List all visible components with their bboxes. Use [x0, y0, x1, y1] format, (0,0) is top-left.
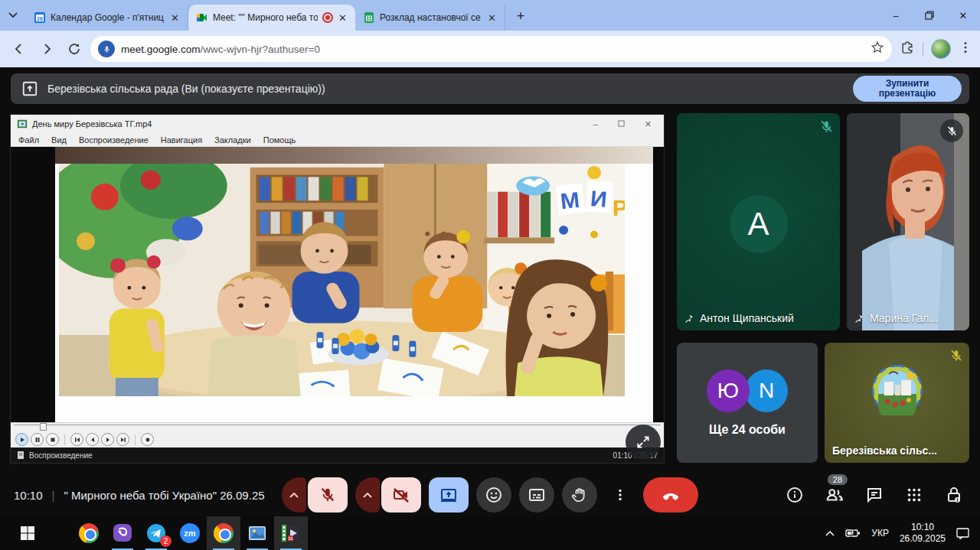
kebab-menu-icon — [613, 488, 627, 502]
svg-text:И: И — [590, 186, 608, 212]
start-button[interactable] — [11, 516, 44, 550]
participant-name: Березівська сільс... — [832, 444, 937, 457]
taskbar-chrome[interactable] — [72, 516, 106, 550]
menu-file[interactable]: Файл — [18, 135, 39, 145]
meeting-details-button[interactable] — [784, 484, 805, 506]
reactions-button[interactable] — [476, 477, 511, 513]
new-tab-button[interactable]: + — [510, 5, 531, 27]
meet-icon — [196, 11, 208, 24]
address-bar[interactable]: meet.google.com/wwc-wjvn-hjr?authuser=0 — [90, 36, 892, 62]
activities-button[interactable] — [903, 484, 925, 506]
player-seekbar[interactable] — [11, 422, 664, 431]
tab-search-button[interactable] — [0, 2, 26, 28]
tab-close-icon[interactable]: ✕ — [168, 12, 181, 24]
people-icon — [825, 485, 844, 505]
player-minimize-button[interactable]: – — [593, 119, 598, 129]
player-close-button[interactable]: ✕ — [645, 119, 652, 129]
captions-icon — [528, 486, 546, 504]
taskbar-telegram[interactable]: 2 — [139, 516, 173, 550]
captions-button[interactable] — [519, 477, 554, 513]
play-button[interactable] — [15, 433, 28, 446]
extensions-button[interactable] — [900, 40, 915, 58]
player-maximize-button[interactable] — [618, 119, 625, 129]
camera-off-icon — [392, 486, 410, 504]
window-minimize-button[interactable]: – — [879, 2, 913, 28]
player-status-text: Воспроизведение — [29, 451, 93, 460]
mic-options-button[interactable] — [282, 477, 306, 513]
chat-button[interactable] — [864, 484, 885, 506]
more-options-button[interactable] — [605, 477, 635, 513]
participant-tile-maryna[interactable]: Марина Гал... — [847, 113, 969, 330]
extra-control-button[interactable] — [141, 433, 154, 446]
zoom-icon: zm — [180, 523, 200, 543]
mic-toggle-button[interactable] — [308, 477, 348, 513]
pause-button[interactable] — [31, 433, 44, 446]
video-frame: М И Р — [55, 147, 653, 422]
tab-close-icon[interactable]: ✕ — [485, 12, 498, 24]
meeting-info: 10:10 | " Мирного неба тобі Україно" 26.… — [0, 489, 265, 502]
apps-grid-icon — [906, 487, 923, 503]
language-indicator[interactable]: УКР — [871, 528, 889, 539]
tray-expand-button[interactable] — [825, 530, 835, 536]
call-end-icon — [661, 485, 681, 505]
expand-presentation-button[interactable] — [626, 425, 661, 460]
participant-tile-berezivska[interactable]: Березівська сільс... — [825, 343, 969, 463]
tab-sheets[interactable]: Розклад настановчої сесії для ✕ — [355, 5, 505, 31]
chat-icon — [865, 486, 884, 504]
bookmark-star-button[interactable] — [871, 41, 884, 57]
participants-button[interactable]: 28 — [824, 484, 845, 506]
menu-navigation[interactable]: Навигация — [161, 135, 202, 145]
taskbar-zoom[interactable]: zm — [173, 516, 207, 550]
kebab-menu-icon — [959, 41, 972, 54]
camera-options-button[interactable] — [355, 477, 380, 513]
present-toggle-button[interactable] — [429, 477, 469, 513]
taskbar-viber[interactable] — [106, 516, 139, 550]
host-controls-button[interactable] — [943, 484, 965, 506]
battery-indicator[interactable] — [845, 529, 861, 538]
notification-center-button[interactable] — [956, 528, 969, 539]
more-participants-tile[interactable]: Ю N Ще 24 особи — [677, 343, 818, 463]
menu-view[interactable]: Вид — [51, 135, 67, 145]
step-forward-button[interactable] — [101, 433, 114, 446]
menu-help[interactable]: Помощь — [263, 135, 296, 145]
skip-forward-button[interactable] — [116, 433, 129, 446]
tab-title: Календар Google - п'ятниця, 2 — [51, 12, 164, 23]
stop-presentation-button[interactable]: Зупинити презентацію — [853, 76, 962, 102]
menu-playback[interactable]: Воспроизведение — [79, 135, 149, 145]
notification-icon — [956, 528, 969, 539]
end-call-button[interactable] — [643, 477, 698, 513]
reload-button[interactable] — [63, 37, 86, 60]
window-close-button[interactable]: ✕ — [946, 2, 980, 28]
step-back-button[interactable] — [86, 433, 99, 446]
menu-bookmarks[interactable]: Закладки — [214, 135, 251, 145]
player-window-controls: – ✕ — [593, 119, 658, 129]
camera-toggle-button[interactable] — [381, 477, 421, 513]
participant-tile-anton[interactable]: А Антон Щипанський — [677, 113, 840, 330]
browser-toolbar: meet.google.com/wwc-wjvn-hjr?authuser=0 — [0, 31, 980, 67]
window-restore-button[interactable] — [913, 2, 946, 28]
mic-permission-icon[interactable] — [98, 41, 115, 57]
taskbar-photos[interactable] — [240, 516, 274, 550]
back-button[interactable] — [8, 37, 31, 60]
forward-button[interactable] — [35, 37, 58, 60]
profile-avatar[interactable] — [931, 39, 951, 59]
player-menubar: Файл Вид Воспроизведение Навигация Закла… — [11, 133, 664, 147]
skip-back-button[interactable] — [70, 433, 83, 446]
tab-close-icon[interactable]: ✕ — [336, 12, 349, 24]
pin-icon — [684, 314, 694, 324]
seek-handle[interactable] — [40, 423, 47, 431]
svg-text:31: 31 — [288, 536, 293, 541]
tab-calendar[interactable]: 26 Календар Google - п'ятниця, 2 ✕ — [26, 5, 188, 31]
player-titlebar[interactable]: День миру Березівська ТГ.mp4 – ✕ — [11, 115, 664, 133]
taskbar-media-player[interactable]: 31 — [274, 516, 308, 550]
tab-meet-active[interactable]: Meet: "" Мирного неба тоб ✕ — [188, 5, 355, 31]
stop-button[interactable] — [46, 433, 59, 446]
browser-menu-button[interactable] — [959, 41, 972, 57]
player-video-area: М И Р — [11, 147, 664, 422]
photos-icon — [247, 523, 267, 543]
taskbar-chrome-active[interactable] — [207, 516, 240, 550]
maximize-icon — [618, 120, 625, 127]
raise-hand-button[interactable] — [562, 477, 597, 513]
taskbar-clock[interactable]: 10:10 26.09.2025 — [900, 522, 946, 545]
status-doc-icon — [17, 451, 24, 460]
